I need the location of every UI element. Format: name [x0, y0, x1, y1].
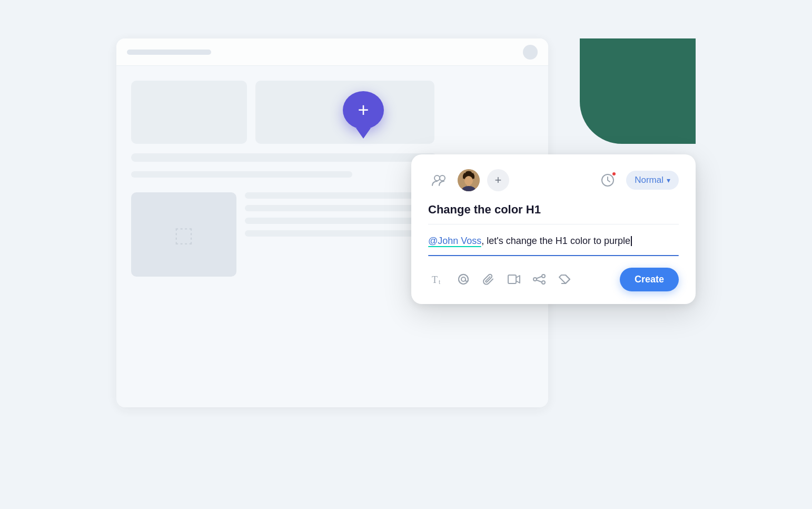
notification-dot [611, 171, 617, 177]
svg-point-1 [440, 175, 445, 181]
title-divider [428, 224, 679, 224]
bg-block-3 [131, 153, 437, 162]
tag-icon[interactable] [554, 269, 575, 289]
svg-point-0 [434, 175, 440, 181]
input-underline [428, 255, 679, 256]
bg-header-bar-1 [127, 50, 211, 55]
create-button[interactable]: Create [620, 268, 679, 291]
avatar-svg [458, 169, 480, 191]
green-corner-decoration [580, 38, 696, 144]
bg-block-1 [131, 81, 247, 144]
bg-image-placeholder: ⬚ [131, 192, 236, 277]
priority-badge[interactable]: Normal ▾ [626, 171, 679, 190]
svg-text:t: t [439, 278, 441, 285]
svg-point-13 [542, 275, 545, 278]
bg-search-icon [523, 45, 538, 60]
add-assignee-button[interactable]: + [487, 169, 509, 191]
add-icon: + [495, 173, 502, 187]
pin-plus-icon: + [358, 101, 369, 120]
comment-title: Change the color H1 [428, 203, 679, 217]
svg-point-15 [533, 278, 537, 281]
avatar [458, 169, 480, 191]
video-icon[interactable] [504, 269, 524, 289]
comment-body[interactable]: @John Voss, let's change the H1 color to… [428, 234, 679, 249]
image-placeholder-icon: ⬚ [174, 222, 194, 247]
bg-row-1 [131, 81, 533, 144]
attachment-icon[interactable] [479, 269, 499, 289]
pin-circle[interactable]: + [343, 91, 384, 129]
svg-point-14 [542, 281, 545, 284]
text-format-icon[interactable]: T t [428, 269, 448, 289]
svg-point-4 [464, 176, 473, 185]
share-icon[interactable] [529, 269, 549, 289]
mention-icon[interactable] [453, 269, 473, 289]
activity-clock-icon[interactable] [597, 169, 619, 191]
text-cursor [631, 236, 632, 246]
bg-block-4 [131, 171, 352, 178]
add-comment-pin[interactable]: + [343, 91, 384, 139]
svg-point-11 [461, 277, 466, 281]
svg-text:T: T [432, 275, 438, 285]
card-header: + Normal ▾ [428, 169, 679, 191]
comment-toolbar: T t [428, 268, 679, 291]
priority-label: Normal [635, 175, 664, 185]
people-icon[interactable] [428, 169, 450, 191]
mention-link[interactable]: @John Voss [428, 236, 481, 246]
people-svg [432, 174, 447, 187]
comment-card: + Normal ▾ Change the color H1 @John [411, 154, 696, 304]
scene: ⬚ + [116, 38, 696, 471]
chevron-down-icon: ▾ [667, 176, 670, 184]
svg-rect-12 [508, 275, 516, 283]
bg-window-header [116, 38, 548, 66]
pin-tail [356, 128, 371, 139]
comment-text: , let's change the H1 color to purple [481, 236, 630, 246]
